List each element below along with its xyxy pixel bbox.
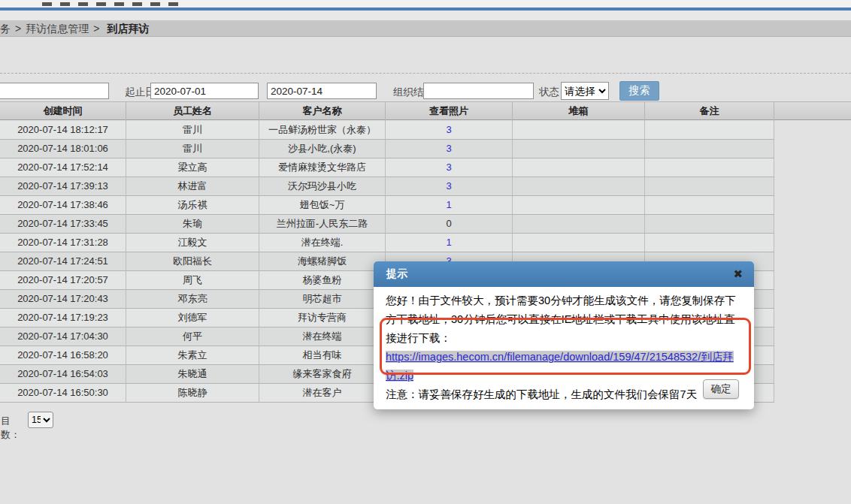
table-row: 2020-07-14 17:33:45朱瑜兰州拉面-人民东二路0 (0, 215, 774, 234)
breadcrumb-item-business[interactable]: 业务 (0, 23, 11, 35)
cell-remark (645, 121, 774, 139)
cell-created-time: 2020-07-14 18:01:06 (0, 140, 126, 158)
cell-photo-count: 1 (386, 234, 513, 252)
cell-employee-name: 刘德军 (126, 309, 259, 327)
cell-customer-name: 海螺猪脚饭 (259, 252, 386, 270)
keyword-input[interactable] (0, 83, 109, 99)
download-notice-dialog: 提示 ✖ 您好！由于文件较大，预计需要30分钟才能生成该文件，请您复制保存下方下… (374, 261, 754, 409)
page-size-label: 目数： (1, 415, 20, 442)
cell-photo-count: 3 (386, 177, 513, 195)
table-row: 2020-07-14 18:01:06雷川沙县小吃,(永泰)3 (0, 140, 774, 158)
cell-stack (513, 140, 645, 158)
cell-customer-name: 沃尔玛沙县小吃 (259, 177, 386, 195)
cell-stack (513, 215, 645, 233)
photo-count-link[interactable]: 1 (446, 237, 451, 248)
cell-customer-name: 缘来客家食府 (259, 365, 386, 383)
cell-customer-name: 翅包饭~万 (259, 196, 386, 214)
table-row: 2020-07-14 18:12:17雷川一品鲜汤粉世家（永泰）3 (0, 121, 774, 140)
cell-employee-name: 雷川 (126, 140, 259, 158)
cell-employee-name: 江毅文 (126, 234, 259, 252)
table-row: 2020-07-14 17:52:14梁立高爱情麻辣烫文华路店3 (0, 158, 774, 177)
breadcrumb-separator: > (93, 23, 99, 35)
search-bar: 起止日期 组织结构 状态 请选择 搜索 (0, 37, 851, 73)
cell-remark (645, 234, 774, 252)
header-customer-name: 客户名称 (259, 102, 386, 121)
cell-employee-name: 雷川 (126, 121, 259, 139)
table-row: 2020-07-14 17:39:13林进富沃尔玛沙县小吃3 (0, 177, 774, 196)
cell-remark (645, 196, 774, 214)
date-from-input[interactable] (150, 83, 259, 99)
cell-remark (645, 158, 774, 177)
cell-employee-name: 林进富 (126, 177, 259, 195)
status-select[interactable]: 请选择 (561, 82, 609, 100)
search-button[interactable]: 搜索 (619, 81, 659, 101)
cell-created-time: 2020-07-14 17:38:46 (0, 196, 126, 214)
photo-count-link[interactable]: 3 (446, 124, 451, 135)
cell-employee-name: 何平 (126, 327, 259, 346)
cell-customer-name: 杨婆鱼粉 (259, 271, 386, 289)
cell-customer-name: 拜访专营商 (259, 309, 386, 327)
date-to-input[interactable] (267, 83, 377, 99)
org-structure-input[interactable] (423, 83, 534, 99)
cell-employee-name: 欧阳福长 (126, 252, 259, 270)
cell-employee-name: 陈晓静 (126, 384, 259, 402)
photo-count-link[interactable]: 3 (446, 161, 451, 173)
cell-photo-count: 3 (386, 121, 513, 139)
cell-created-time: 2020-07-14 16:50:30 (0, 384, 126, 402)
table-row: 2020-07-14 17:38:46汤乐祺翅包饭~万1 (0, 196, 774, 215)
top-strip (0, 0, 851, 8)
header-remark: 备注 (645, 102, 774, 121)
header-created-time: 创建时间 (0, 102, 126, 121)
header-employee-name: 员工姓名 (126, 102, 259, 121)
close-icon[interactable]: ✖ (733, 267, 743, 282)
cell-stack (513, 196, 645, 214)
cell-employee-name: 邓东亮 (126, 290, 259, 308)
cell-photo-count: 1 (386, 196, 513, 214)
cell-created-time: 2020-07-14 17:04:30 (0, 327, 126, 346)
dialog-header: 提示 ✖ (374, 261, 754, 287)
cell-customer-name: 兰州拉面-人民东二路 (259, 215, 386, 233)
header-stack: 堆箱 (513, 102, 645, 121)
dialog-note: 注意：请妥善保存好生成的下载地址，生成的文件我们会保留7天 (386, 388, 697, 400)
cell-customer-name: 沙县小吃,(永泰) (259, 140, 386, 158)
dialog-message: 您好！由于文件较大，预计需要30分钟才能生成该文件，请您复制保存下方下载地址，3… (386, 294, 736, 344)
page-size-select[interactable]: 15 (28, 412, 53, 428)
cell-created-time: 2020-07-14 17:20:43 (0, 290, 126, 308)
cell-stack (513, 121, 645, 139)
dashed-divider (0, 73, 851, 74)
cell-employee-name: 梁立高 (126, 158, 259, 177)
cell-employee-name: 朱晓通 (126, 365, 259, 383)
cell-remark (645, 140, 774, 158)
cell-created-time: 2020-07-14 18:12:17 (0, 121, 126, 139)
cell-customer-name: 爱情麻辣烫文华路店 (259, 158, 386, 177)
clipped-tab-text (42, 2, 181, 6)
cell-remark (645, 177, 774, 195)
cell-stack (513, 234, 645, 252)
cell-employee-name: 周飞 (126, 271, 259, 289)
cell-created-time: 2020-07-14 16:58:20 (0, 346, 126, 364)
cell-created-time: 2020-07-14 16:54:03 (0, 365, 126, 383)
cell-remark (645, 215, 774, 233)
cell-customer-name: 潜在客户 (259, 384, 386, 402)
breadcrumb-bar: 业务>拜访信息管理>到店拜访 (0, 20, 851, 37)
photo-count-link[interactable]: 3 (446, 143, 451, 154)
cell-customer-name: 潜在终端. (259, 234, 386, 252)
dialog-title: 提示 (386, 267, 407, 281)
breadcrumb-separator: > (15, 23, 21, 35)
cell-created-time: 2020-07-14 17:19:23 (0, 309, 126, 327)
sub-strip (0, 11, 851, 20)
photo-count-link[interactable]: 1 (446, 199, 451, 210)
cell-stack (513, 177, 645, 195)
header-view-photos: 查看照片 (386, 102, 513, 121)
dialog-body: 您好！由于文件较大，预计需要30分钟才能生成该文件，请您复制保存下方下载地址，3… (386, 291, 742, 404)
table-header: 创建时间 员工姓名 客户名称 查看照片 堆箱 备注 (0, 101, 851, 120)
cell-stack (513, 158, 645, 177)
photo-count-link[interactable]: 3 (446, 180, 451, 192)
confirm-button[interactable]: 确定 (703, 379, 739, 399)
cell-customer-name: 相当有味 (259, 346, 386, 364)
cell-photo-count: 3 (386, 140, 513, 158)
download-url-link[interactable]: https://images.hecom.cn/filemanage/downl… (386, 351, 734, 382)
breadcrumb-item-store-visit: 到店拜访 (107, 23, 149, 35)
cell-employee-name: 朱素立 (126, 346, 259, 364)
breadcrumb-item-visit-info[interactable]: 拜访信息管理 (26, 23, 89, 35)
